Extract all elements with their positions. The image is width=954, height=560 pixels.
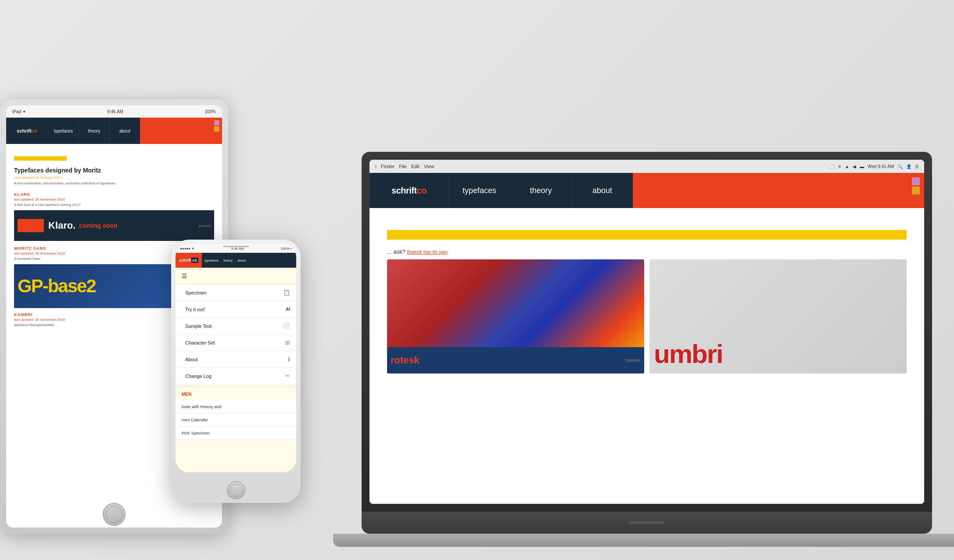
ipad-klaro-desc: A first look at a new typeface coming 20… xyxy=(14,203,214,207)
square-orange xyxy=(912,187,920,194)
charset-icon: ⊞ xyxy=(285,339,290,346)
scene:  Finder File Edit View 🕐 ✳ ▲ ◀ ▬ xyxy=(0,0,954,560)
letter-display: umbri xyxy=(654,339,723,369)
ipad-square-purple xyxy=(214,120,219,126)
laptop-screen:  Finder File Edit View 🕐 ✳ ▲ ◀ ▬ xyxy=(369,160,924,504)
ipad-nav-typefaces[interactable]: typefaces xyxy=(48,118,79,144)
iphone-menu-tryit[interactable]: Try it out! AI xyxy=(176,301,296,318)
ipad-brand-accent: co xyxy=(32,128,37,133)
ipad-klaro-updated: last updated: 28 November 2016 xyxy=(14,197,214,201)
ipad-square-orange xyxy=(214,126,219,132)
iphone-nav-brand[interactable]: schriftco xyxy=(176,253,202,268)
ipad-home-button[interactable] xyxy=(103,503,126,526)
ipad-preview-label: preview xyxy=(198,224,211,228)
laptop-menubar-right: 🕐 ✳ ▲ ◀ ▬ Wed 9:41 AM 🔍 👤 ☰ xyxy=(829,164,919,169)
view-label: View xyxy=(424,164,434,169)
user-icon: 👤 xyxy=(906,164,911,169)
ipad-nav-brand[interactable]: schriftco xyxy=(6,118,48,144)
laptop-nav-typefaces[interactable]: typefaces xyxy=(448,173,510,208)
ipad-nav: schriftco typefaces theory about xyxy=(6,118,222,144)
iphone-section-item-3[interactable]: PDF Specimen xyxy=(176,427,296,440)
laptop-body-content: ... ask? Rotesk has its own xyxy=(387,248,907,255)
laptop-menubar-left:  Finder File Edit View xyxy=(375,164,434,169)
ipad-home-inner xyxy=(106,506,122,523)
ipad-klaro-soon: coming soon xyxy=(79,222,117,229)
iphone-menu-changelog[interactable]: Change Log ✂ xyxy=(176,368,296,384)
iphone-nav-theory[interactable]: theory xyxy=(221,258,235,262)
ipad-status-left: iPad ✦ xyxy=(12,109,26,114)
time-display: Wed 9:41 AM xyxy=(868,164,894,169)
laptop-nav-decoration xyxy=(912,177,920,194)
ipad-main-title: Typefaces designed by Moritz xyxy=(14,167,214,174)
laptop-image-main: rotesk Typeface xyxy=(387,259,644,373)
changelog-icon: ✂ xyxy=(285,373,290,379)
battery-icon: ▬ xyxy=(860,164,864,169)
changelog-label: Change Log xyxy=(185,373,285,379)
ipad-nav-theory[interactable]: theory xyxy=(79,118,109,144)
iphone-home-inner xyxy=(230,484,243,497)
ipad-gp-text: GP-base2 xyxy=(18,276,96,297)
ipad-klaro-red-block xyxy=(18,219,44,232)
tryit-label: Try it out! xyxy=(185,307,286,312)
iphone-brand-text: schrift xyxy=(179,258,191,262)
laptop-yellow-bar xyxy=(387,230,907,240)
iphone-brand-accent: co xyxy=(191,258,199,263)
laptop-nav-theory[interactable]: theory xyxy=(510,173,571,208)
ipad-nav-accent xyxy=(140,118,222,144)
laptop-rotesk-text: ... ask? Rotesk has its own xyxy=(387,248,907,255)
laptop:  Finder File Edit View 🕐 ✳ ▲ ◀ ▬ xyxy=(362,152,932,534)
section-men-label: MEN xyxy=(176,388,296,400)
laptop-nav-about[interactable]: about xyxy=(571,173,633,208)
about-icon: ℹ xyxy=(288,356,290,363)
menu-icon: ☰ xyxy=(915,164,919,169)
square-purple xyxy=(912,177,920,185)
iphone-menu-sampletext[interactable]: Sample Text 📄 xyxy=(176,318,296,334)
wifi-icon: ▲ xyxy=(845,164,849,169)
iphone-nav: schriftco typefaces theory about xyxy=(176,253,296,268)
edit-label: Edit xyxy=(411,164,420,169)
bluetooth-icon: ✳ xyxy=(838,164,841,169)
rotesk-link[interactable]: Rotesk has its own xyxy=(407,249,448,255)
ipad-typeface-klaro: KLARO xyxy=(14,192,214,197)
search-icon: 🔍 xyxy=(897,164,903,169)
rotesk-brand: rotesk xyxy=(391,355,420,366)
hamburger-icon[interactable]: ☰ xyxy=(182,273,187,280)
iphone-menu-about[interactable]: About ℹ xyxy=(176,351,296,368)
ipad-nav-decoration xyxy=(214,120,219,132)
iphone-camera xyxy=(235,248,237,250)
brand-text: schrift xyxy=(391,186,417,195)
laptop-base xyxy=(333,534,954,547)
ipad-nav-about[interactable]: about xyxy=(109,118,140,144)
laptop-nav-accent xyxy=(633,173,924,208)
laptop-menubar:  Finder File Edit View 🕐 ✳ ▲ ◀ ▬ xyxy=(369,160,924,173)
ipad-camera xyxy=(113,110,115,112)
iphone-speaker xyxy=(223,246,249,247)
laptop-hinge xyxy=(629,521,664,524)
ipad-updated: Last updated 23 January 2017 xyxy=(14,176,214,179)
iphone-status-left: ●●●●● ✦ xyxy=(180,247,194,251)
charset-label: Character Set xyxy=(185,340,285,345)
iphone-hamburger-row[interactable]: ☰ xyxy=(176,268,296,284)
section-item-pdf: PDF Specimen xyxy=(182,431,210,435)
sampletext-icon: 📄 xyxy=(283,323,290,329)
iphone-menu-content: ☰ Specimen 📋 Try it out! AI Sample Text … xyxy=(176,268,296,472)
menu-divider xyxy=(176,386,296,387)
iphone-nav-typefaces[interactable]: typefaces xyxy=(202,258,221,262)
ipad-klaro-display: Klaro. coming soon preview xyxy=(14,210,214,241)
iphone-section-item-2[interactable]: men Calendar xyxy=(176,413,296,427)
iphone-menu-specimen[interactable]: Specimen 📋 xyxy=(176,284,296,301)
iphone-section-item-1[interactable]: bsite with History and xyxy=(176,400,296,413)
iphone-nav-about[interactable]: about xyxy=(235,258,248,262)
apple-icon:  xyxy=(375,164,377,169)
section-item-calendar: men Calendar xyxy=(182,417,208,422)
brand-accent: co xyxy=(417,186,427,195)
laptop-image-secondary: umbri xyxy=(649,259,907,373)
section-item-website: bsite with History and xyxy=(182,404,221,409)
iphone-home-button[interactable] xyxy=(227,481,245,499)
laptop-nav-brand[interactable]: schriftco xyxy=(369,173,448,208)
iphone-menu-charset[interactable]: Character Set ⊞ xyxy=(176,334,296,351)
about-label: About xyxy=(185,357,288,362)
laptop-image-area: rotesk Typeface umbri xyxy=(387,259,907,373)
laptop-nav: schriftco typefaces theory about xyxy=(369,173,924,208)
iphone-screen: ●●●●● ✦ 9:41 AM 100% ▪ schriftco typefac… xyxy=(176,244,296,472)
